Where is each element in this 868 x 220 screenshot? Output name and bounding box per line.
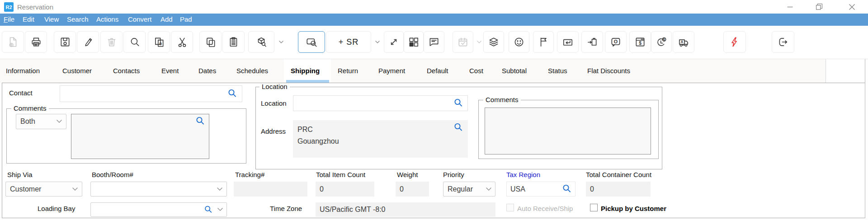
- menu-pad[interactable]: Pad: [180, 14, 192, 26]
- save-button[interactable]: [54, 31, 76, 53]
- comment-button[interactable]: [424, 31, 444, 53]
- menu-view[interactable]: View: [44, 14, 59, 26]
- ship-via-label: Ship Via: [7, 171, 33, 178]
- smiley-button[interactable]: [509, 31, 529, 53]
- address-label: Address: [261, 127, 286, 135]
- comments-filter-dropdown[interactable]: Both: [16, 114, 66, 129]
- duplicate-zero-icon: 0: [153, 36, 165, 48]
- tab-default[interactable]: Default: [427, 59, 448, 83]
- loading-bay-search-icon[interactable]: [204, 205, 213, 214]
- menu-actions[interactable]: Actions: [96, 14, 118, 26]
- search-button[interactable]: [123, 31, 146, 53]
- comments-textarea[interactable]: [71, 114, 209, 159]
- comments-search-icon[interactable]: [195, 116, 205, 126]
- expand-button[interactable]: [384, 31, 404, 53]
- app-icon: R2: [4, 2, 14, 12]
- pickup-by-customer-checkbox[interactable]: [590, 204, 598, 211]
- item-search-button[interactable]: [248, 31, 274, 53]
- tab-shipping[interactable]: Shipping: [291, 59, 320, 83]
- selection-search-button[interactable]: [298, 31, 325, 53]
- add-sr-button[interactable]: + SR: [326, 31, 371, 53]
- new-button[interactable]: [2, 31, 24, 53]
- restore-button[interactable]: [809, 0, 830, 14]
- invoice-window-icon: $: [634, 36, 646, 48]
- calendar-button[interactable]: [453, 31, 473, 53]
- invoice-button[interactable]: $: [629, 31, 651, 53]
- tab-contacts[interactable]: Contacts: [113, 59, 140, 83]
- minimize-button[interactable]: [779, 0, 800, 14]
- location-search-icon[interactable]: [453, 98, 463, 108]
- location-legend: Location: [259, 83, 290, 90]
- tab-customer[interactable]: Customer: [62, 59, 92, 83]
- time-money-button[interactable]: $: [651, 31, 672, 53]
- chevron-down-icon: [57, 120, 62, 123]
- item-search-dropdown[interactable]: [275, 31, 287, 53]
- active-tab-underline: [286, 80, 329, 83]
- layers-button[interactable]: [483, 31, 504, 53]
- delivery-button[interactable]: A: [673, 31, 694, 53]
- exit-button[interactable]: [772, 31, 794, 53]
- tab-dates[interactable]: Dates: [198, 59, 216, 83]
- layout-grid-button[interactable]: [404, 31, 424, 53]
- menu-convert[interactable]: Convert: [128, 14, 152, 26]
- auto-receive-ship-checkbox[interactable]: [506, 204, 514, 211]
- truck-icon: A: [677, 36, 690, 48]
- close-button[interactable]: [841, 0, 862, 14]
- booth-room-dropdown[interactable]: [90, 182, 227, 197]
- tab-status[interactable]: Status: [548, 59, 567, 83]
- cut-button[interactable]: [171, 31, 193, 53]
- ship-button[interactable]: [581, 31, 603, 53]
- chevron-down-icon: [375, 41, 380, 43]
- tab-subtotal[interactable]: Subtotal: [502, 59, 527, 83]
- menu-add[interactable]: Add: [160, 14, 173, 26]
- duplicate-button[interactable]: 0: [148, 31, 170, 53]
- grid-icon: [408, 36, 420, 48]
- tab-cost[interactable]: Cost: [469, 59, 483, 83]
- add-sr-label: + SR: [339, 37, 359, 47]
- lightning-button[interactable]: [723, 31, 746, 53]
- note-button[interactable]: O: [605, 31, 627, 53]
- pencil-icon: [82, 36, 94, 48]
- svg-text:0: 0: [159, 41, 162, 46]
- paste-icon: [228, 36, 240, 48]
- add-sr-dropdown[interactable]: [372, 31, 383, 53]
- print-button[interactable]: [25, 31, 47, 53]
- priority-dropdown[interactable]: Regular: [443, 182, 495, 197]
- tab-strip: Information Customer Contacts Event Date…: [0, 59, 826, 83]
- note-bubble-icon: O: [610, 36, 622, 48]
- restore-icon: [816, 4, 822, 10]
- ship-via-value: Customer: [10, 185, 41, 193]
- total-item-count-label: Total Item Count: [316, 171, 365, 178]
- tab-flat-discounts[interactable]: Flat Discounts: [587, 59, 630, 83]
- contact-input[interactable]: [60, 85, 242, 102]
- tab-payment[interactable]: Payment: [378, 59, 405, 83]
- ship-via-dropdown[interactable]: Customer: [5, 182, 82, 197]
- location-input[interactable]: [293, 95, 468, 111]
- copy-button[interactable]: [199, 31, 222, 53]
- tab-event[interactable]: Event: [161, 59, 179, 83]
- flag-icon: [538, 36, 549, 48]
- loading-bay-combo[interactable]: [90, 202, 227, 217]
- delete-button[interactable]: [100, 31, 123, 53]
- reservation-window: R2 Reservation File Edit View Search Act…: [0, 0, 868, 220]
- tab-information[interactable]: Information: [6, 59, 40, 83]
- paste-button[interactable]: [222, 31, 245, 53]
- check-in-button[interactable]: [557, 31, 579, 53]
- tax-region-link[interactable]: Tax Region: [506, 171, 540, 178]
- location-comments-textarea[interactable]: [485, 108, 651, 154]
- menu-file[interactable]: File: [4, 14, 14, 26]
- calendar-dropdown[interactable]: [474, 31, 484, 53]
- smiley-icon: [513, 36, 525, 48]
- menu-search[interactable]: Search: [67, 14, 89, 26]
- tax-region-search-icon[interactable]: [562, 184, 572, 194]
- svg-text:A: A: [680, 40, 683, 44]
- tab-schedules[interactable]: Schedules: [236, 59, 268, 83]
- flag-button[interactable]: [533, 31, 554, 53]
- scissors-icon: [176, 36, 188, 48]
- menu-edit[interactable]: Edit: [23, 14, 34, 26]
- tab-return[interactable]: Return: [338, 59, 358, 83]
- contact-search-icon[interactable]: [227, 89, 237, 98]
- comment-bubble-icon: [428, 36, 440, 48]
- edit-button[interactable]: [77, 31, 99, 53]
- address-search-icon[interactable]: [453, 122, 463, 132]
